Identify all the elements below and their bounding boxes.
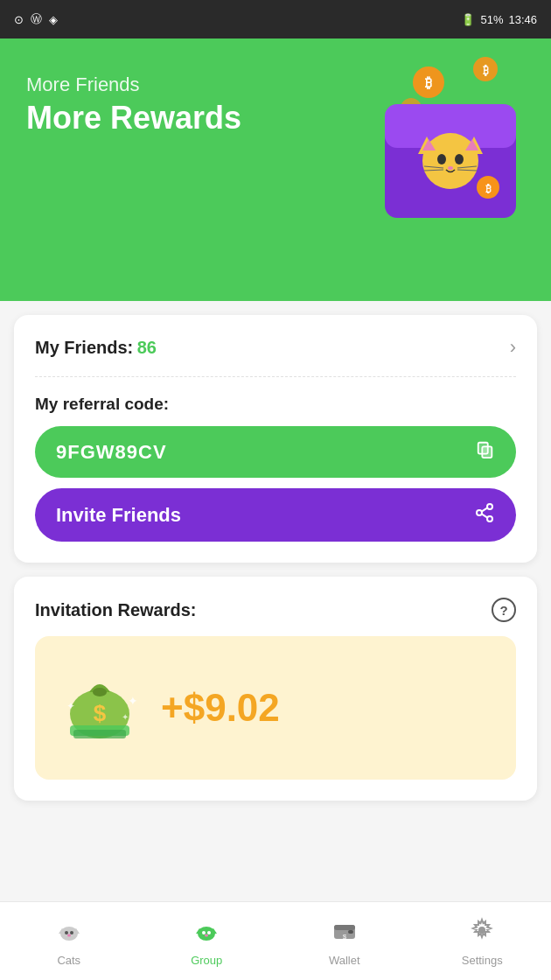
friends-info: My Friends: 86 [35,338,157,358]
svg-rect-51 [348,930,353,934]
nav-item-wallet[interactable]: $ Wallet [276,902,414,980]
svg-point-46 [202,931,206,934]
settings-icon [468,916,496,950]
share-icon [474,502,495,528]
copy-icon [476,440,495,464]
wallet-icon: $ [331,916,359,950]
svg-point-25 [477,510,482,515]
main-content: My Friends: 86 › My referral code: 9FGW8… [0,315,551,801]
group-icon [192,916,220,950]
svg-text:₿: ₿ [485,183,492,195]
nav-item-settings[interactable]: Settings [414,902,552,980]
nav-label-cats: Cats [57,954,80,967]
nav-label-group: Group [191,954,222,967]
svg-point-15 [448,166,453,170]
hero-illustration: ₿ ₿ ₿ [359,56,534,231]
time-display: 13:46 [508,13,537,26]
hero-section: More Friends More Rewards ₿ ₿ ₿ [0,38,551,301]
svg-point-42 [67,934,71,936]
money-bag-icon: $ ✦ ✦ ✦ [56,657,143,759]
reward-amount: +$9.02 [161,686,280,730]
svg-point-30 [93,688,107,696]
svg-text:₿: ₿ [483,64,489,77]
wallet-svg: ₿ ₿ ₿ [359,56,534,231]
svg-text:$: $ [343,933,347,941]
help-icon[interactable]: ? [492,598,516,622]
referral-code-row[interactable]: 9FGW89CV [35,426,516,478]
battery-icon: 🔋 [461,13,475,26]
status-left: ⊙ Ⓦ ◈ [14,11,58,27]
svg-point-8 [422,133,478,189]
app-icon-3: ◈ [49,13,58,26]
svg-rect-33 [73,730,126,738]
referral-code: 9FGW89CV [56,441,167,464]
svg-text:✦: ✦ [122,712,129,722]
rewards-header: Invitation Rewards: ? [35,598,516,622]
svg-text:$: $ [94,700,107,726]
svg-line-28 [482,514,488,517]
rewards-card: Invitation Rewards: ? $ [14,577,537,801]
svg-text:₿: ₿ [425,75,432,90]
svg-line-27 [482,508,488,511]
nav-item-group[interactable]: Group [138,902,276,980]
svg-rect-50 [334,925,355,930]
svg-point-48 [205,934,208,936]
friends-row[interactable]: My Friends: 86 › [35,336,516,377]
status-bar: ⊙ Ⓦ ◈ 🔋 51% 13:46 [0,0,551,38]
svg-text:✦: ✦ [66,700,75,712]
bottom-nav: Cats Group $ Wallet [0,901,551,980]
friends-card: My Friends: 86 › My referral code: 9FGW8… [14,315,537,563]
cats-icon [55,916,83,950]
svg-point-24 [487,504,492,509]
rewards-box: $ ✦ ✦ ✦ +$9.02 [35,636,516,780]
friends-label: My Friends: [35,338,133,357]
svg-point-41 [70,931,73,934]
app-icon-1: ⊙ [14,13,24,26]
svg-rect-23 [478,443,488,454]
nav-item-cats[interactable]: Cats [0,902,138,980]
status-right: 🔋 51% 13:46 [461,13,537,26]
invite-button-label: Invite Friends [56,504,181,527]
battery-percent: 51% [480,13,503,26]
nav-label-settings: Settings [462,954,503,967]
svg-point-53 [478,927,485,934]
svg-point-13 [437,154,446,164]
nav-label-wallet: Wallet [329,954,360,967]
svg-point-47 [207,931,211,934]
svg-point-26 [487,516,492,522]
chevron-right-icon: › [510,336,516,359]
friends-count: 86 [137,338,157,357]
invite-friends-button[interactable]: Invite Friends [35,488,516,542]
svg-point-40 [65,931,68,934]
rewards-label: Invitation Rewards: [35,600,196,620]
referral-label: My referral code: [35,395,516,414]
svg-text:✦: ✦ [128,694,138,708]
svg-point-14 [455,154,464,164]
app-icon-2: Ⓦ [31,11,42,27]
